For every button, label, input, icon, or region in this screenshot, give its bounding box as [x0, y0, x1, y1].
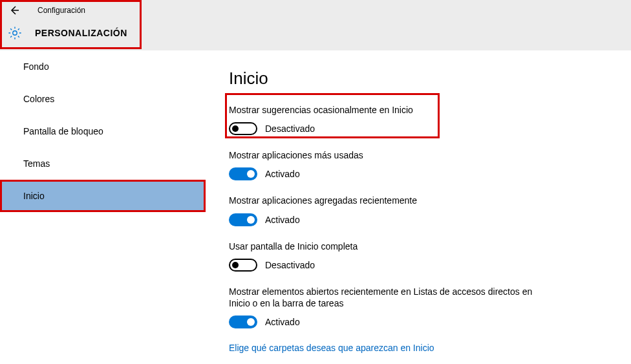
page-title: Inicio	[229, 69, 608, 89]
toggle-state-text: Activado	[265, 169, 300, 179]
header: Configuración PERSONALIZACIÓN	[0, 0, 631, 50]
sidebar-item-label: Pantalla de bloqueo	[23, 126, 103, 136]
sidebar-item-label: Temas	[23, 158, 50, 169]
sidebar-item-fondo[interactable]: Fondo	[0, 50, 206, 83]
toggle-fullscreen[interactable]	[229, 259, 257, 272]
sidebar-item-pantalla-bloqueo[interactable]: Pantalla de bloqueo	[0, 115, 206, 147]
toggle-most-used[interactable]	[229, 167, 257, 180]
config-label: Configuración	[37, 6, 85, 15]
sidebar-item-label: Inicio	[23, 191, 45, 201]
setting-recently-added: Mostrar aplicaciones agregadas recientem…	[229, 195, 608, 226]
setting-jump-lists: Mostrar elementos abiertos recientemente…	[229, 286, 608, 328]
setting-label: Mostrar elementos abiertos recientemente…	[229, 286, 539, 309]
toggle-state-text: Activado	[265, 317, 300, 327]
setting-label: Mostrar aplicaciones agregadas recientem…	[229, 195, 608, 206]
sidebar: Fondo Colores Pantalla de bloqueo Temas …	[0, 50, 206, 364]
setting-label: Mostrar aplicaciones más usadas	[229, 149, 608, 161]
toggle-state-text: Desactivado	[265, 260, 315, 270]
gear-icon	[8, 26, 22, 40]
setting-fullscreen: Usar pantalla de Inicio completa Desacti…	[229, 241, 608, 272]
toggle-suggestions[interactable]	[229, 122, 257, 135]
content: Inicio Mostrar sugerencias ocasionalment…	[206, 50, 631, 364]
sidebar-item-colores[interactable]: Colores	[0, 83, 206, 115]
setting-most-used: Mostrar aplicaciones más usadas Activado	[229, 149, 608, 180]
toggle-state-text: Desactivado	[265, 123, 315, 134]
toggle-recently-added[interactable]	[229, 213, 257, 226]
svg-point-1	[13, 31, 17, 35]
toggle-jump-lists[interactable]	[229, 316, 257, 328]
sidebar-item-temas[interactable]: Temas	[0, 147, 206, 180]
back-arrow-icon[interactable]	[8, 4, 21, 17]
setting-label: Usar pantalla de Inicio completa	[229, 241, 608, 252]
sidebar-item-label: Fondo	[23, 61, 49, 72]
sidebar-item-label: Colores	[23, 94, 54, 104]
link-choose-folders[interactable]: Elige qué carpetas deseas que aparezcan …	[229, 343, 608, 353]
sidebar-item-inicio[interactable]: Inicio	[0, 180, 206, 212]
section-title: PERSONALIZACIÓN	[35, 28, 127, 38]
setting-suggestions: Mostrar sugerencias ocasionalmente en In…	[229, 104, 608, 135]
toggle-state-text: Activado	[265, 215, 300, 225]
setting-label: Mostrar sugerencias ocasionalmente en In…	[229, 104, 608, 116]
